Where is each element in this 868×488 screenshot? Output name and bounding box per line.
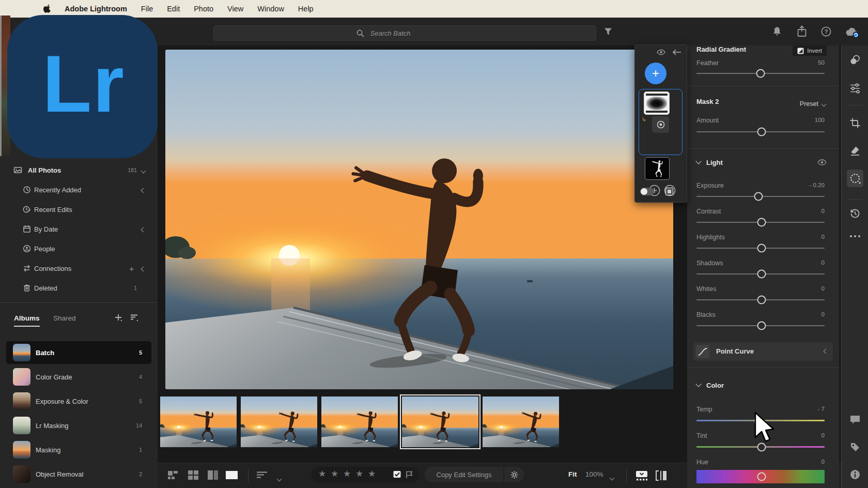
copy-edit-settings-button[interactable]: Copy Edit Settings [425,467,503,482]
fit-label[interactable]: Fit [568,470,577,478]
search-input[interactable] [369,29,454,38]
filmstrip-thumbnail-2[interactable] [241,396,317,447]
point-curve-button[interactable]: Point Curve [693,342,833,361]
album-item-lr-masking[interactable]: Lr Masking 14 [6,414,151,437]
filter-icon[interactable] [603,27,613,36]
view-mosaic-icon[interactable] [167,470,180,480]
sidebar-item-recently-added[interactable]: Recently Added [0,180,158,200]
mask-group-selected[interactable]: ↳ [639,89,683,155]
light-visibility-eye-icon[interactable] [817,159,827,165]
mask-overlay-toggle[interactable] [640,188,654,195]
masks-visibility-eye-icon[interactable] [657,49,665,55]
cloud-sync-icon[interactable] [843,26,861,39]
star-icon-5[interactable]: ★ [368,468,376,479]
tab-shared[interactable]: Shared [53,314,76,322]
filmstrip-thumbnail-5[interactable] [483,396,559,447]
star-icon-1[interactable]: ★ [318,468,326,479]
star-icon-2[interactable]: ★ [331,468,338,479]
add-mask-button[interactable]: + [645,63,667,84]
apple-menu-icon[interactable] [43,5,51,13]
chevron-left-icon[interactable] [142,225,145,233]
comments-icon[interactable] [849,414,861,426]
album-item-exposure-color[interactable]: Exposure & Color 5 [6,390,151,413]
radial-tool-button[interactable] [652,116,669,133]
blacks-slider[interactable] [696,325,825,326]
album-item-color-grade[interactable]: Color Grade 4 [6,365,151,388]
radial-gradient-mask-thumbnail[interactable] [644,91,670,115]
masking-icon[interactable] [849,173,861,185]
crop-icon[interactable] [849,117,861,129]
sidebar-item-deleted[interactable]: Deleted1 [0,278,158,298]
filmstrip-thumbnail-1[interactable] [160,396,237,447]
whites-slider-thumb[interactable] [757,296,766,304]
filmstrip-toggle-icon[interactable] [635,470,648,481]
highlights-slider[interactable] [696,248,825,249]
filmstrip-thumbnail-4[interactable] [402,396,478,447]
contrast-slider-thumb[interactable] [757,218,766,227]
star-icon-3[interactable]: ★ [343,468,351,479]
reject-flag-icon[interactable] [405,470,414,479]
sidebar-item-connections[interactable]: Connections+ [0,258,158,278]
subject-mask-thumbnail[interactable] [645,157,670,180]
heal-eraser-icon[interactable] [849,144,861,157]
sort-icon[interactable] [256,471,268,479]
presets-icon[interactable] [849,54,861,66]
chevron-left-icon[interactable] [142,265,145,272]
sort-chevron-icon[interactable] [277,474,281,483]
sort-albums-icon[interactable] [130,313,139,322]
tint-slider[interactable] [696,446,825,448]
hue-slider-thumb[interactable] [757,472,766,481]
overlay-mode-icon[interactable] [665,187,674,196]
exposure-slider[interactable] [696,196,825,197]
menu-view[interactable]: View [227,5,243,13]
filmstrip-thumbnail-3[interactable] [321,396,398,447]
view-grid-icon[interactable] [187,470,200,480]
edit-sliders-icon[interactable] [849,82,861,95]
menu-app-name[interactable]: Adobe Lightroom [65,5,127,13]
history-icon[interactable] [849,207,861,220]
sidebar-item-recent-edits[interactable]: Recent Edits [0,200,158,219]
info-icon[interactable] [849,468,861,481]
share-icon[interactable] [796,25,808,38]
shadows-slider-thumb[interactable] [757,270,766,279]
blacks-slider-thumb[interactable] [757,322,766,330]
view-detail-icon[interactable] [225,470,239,480]
more-options-icon[interactable] [849,234,861,239]
star-icon-4[interactable]: ★ [355,468,363,479]
hue-slider[interactable] [696,470,825,483]
album-item-masking[interactable]: Masking 1 [6,438,151,461]
color-section-header[interactable]: Color [696,382,724,389]
add-connection-icon[interactable]: + [129,264,134,273]
album-item-object-removal[interactable]: Object Removal 2 [6,463,151,485]
split-view-icon[interactable] [655,470,668,481]
zoom-level[interactable]: 100% [585,470,603,478]
sidebar-item-by-date[interactable]: By Date [0,219,158,239]
search-box[interactable] [213,25,596,41]
sidebar-item-people[interactable]: People [0,239,158,258]
contrast-slider[interactable] [696,222,825,223]
keywords-tag-icon[interactable] [849,441,861,453]
whites-slider[interactable] [696,299,825,300]
notifications-bell-icon[interactable] [772,26,782,37]
zoom-chevron-icon[interactable] [610,472,614,482]
menu-window[interactable]: Window [257,5,284,13]
photo-canvas[interactable] [165,50,673,389]
settings-gear-button[interactable] [504,467,524,482]
light-section-header[interactable]: Light [696,159,723,166]
menu-help[interactable]: Help [298,5,314,13]
menu-edit[interactable]: Edit [167,5,180,13]
shadows-slider[interactable] [696,273,825,274]
pick-flag-icon[interactable] [393,470,402,479]
chevron-down-icon[interactable] [142,166,145,174]
add-album-icon[interactable] [114,313,122,322]
invert-toggle[interactable]: Invert [793,45,827,56]
view-compare-icon[interactable] [207,470,220,480]
chevron-left-icon[interactable] [142,186,145,194]
album-item-batch[interactable]: Batch 5 [6,341,151,364]
preset-dropdown[interactable]: Preset [800,100,826,108]
amount-slider[interactable] [696,131,825,132]
tab-albums[interactable]: Albums [14,314,40,327]
highlights-slider-thumb[interactable] [757,244,766,253]
back-arrow-icon[interactable] [672,49,681,55]
help-icon[interactable]: ? [820,26,832,37]
